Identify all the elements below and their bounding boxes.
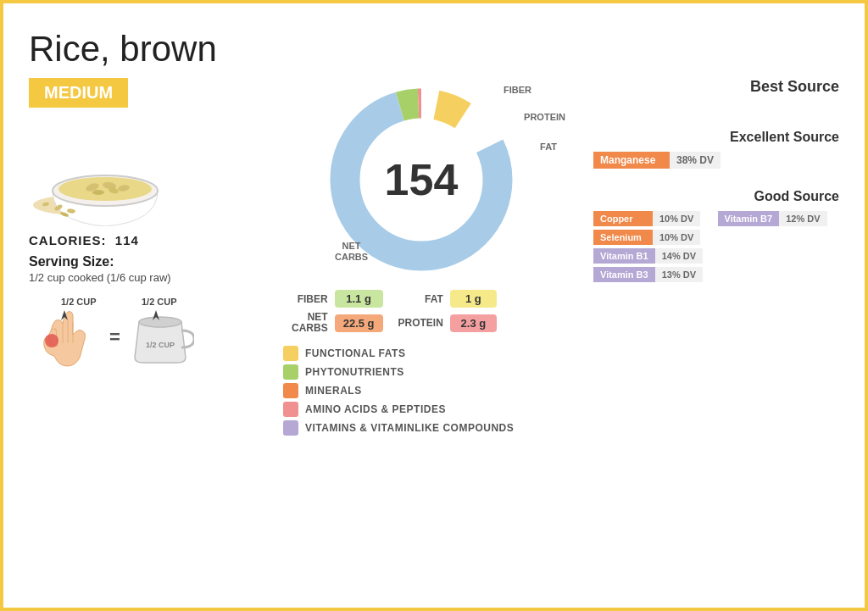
legend-label-minerals: MINERALS <box>305 385 362 397</box>
donut-label-fiber: FIBER <box>504 85 531 95</box>
excellent-source-title: Excellent Source <box>593 130 839 145</box>
vitamin-b7-name: Vitamin B7 <box>718 211 780 226</box>
donut-container: 154 NETCARBS FIBER PROTEIN FAT <box>320 78 523 281</box>
main-layout: MEDIUM <box>29 78 839 597</box>
fat-label: FAT <box>398 293 443 305</box>
legend-item-vitamins: VITAMINS & VITAMINLIKE COMPOUNDS <box>283 420 514 436</box>
selenium-pct: 10% DV <box>653 230 700 245</box>
selenium-name: Selenium <box>593 230 653 245</box>
excellent-nutrients-list: Manganese 38% DV <box>593 152 839 172</box>
serving-size-title: Serving Size: <box>29 254 249 269</box>
netcarbs-value: 22.5 g <box>335 314 383 332</box>
legend-label-functional-fats: FUNCTIONAL FATS <box>305 347 405 359</box>
donut-label-protein: PROTEIN <box>524 112 565 122</box>
svg-text:1/2 CUP: 1/2 CUP <box>146 341 175 349</box>
svg-point-3 <box>58 177 152 201</box>
legend-color-functional-fats <box>283 346 298 361</box>
legend-label-amino-acids: AMINO ACIDS & PEPTIDES <box>305 403 446 415</box>
legend-item-functional-fats: FUNCTIONAL FATS <box>283 346 514 361</box>
food-image-area <box>29 116 198 226</box>
vitamin-b3-bar: Vitamin B3 13% DV <box>593 267 715 282</box>
half-cup-label-1: 1/2 CUP <box>61 297 97 307</box>
page-title: Rice, brown <box>29 29 839 69</box>
good-source-title: Good Source <box>593 189 839 204</box>
fiber-value: 1.1 g <box>335 290 383 308</box>
manganese-name: Manganese <box>593 152 670 169</box>
svg-point-7 <box>92 190 104 195</box>
vitamin-b3-name: Vitamin B3 <box>593 267 655 282</box>
vitamin-b1-name: Vitamin B1 <box>593 248 655 264</box>
donut-label-fat: FAT <box>540 142 557 152</box>
medium-badge: MEDIUM <box>29 78 128 108</box>
legend-label-vitamins: VITAMINS & VITAMINLIKE COMPOUNDS <box>305 422 514 434</box>
vitamin-b1-bar: Vitamin B1 14% DV <box>593 248 715 264</box>
svg-point-14 <box>45 334 58 347</box>
fat-value: 1 g <box>450 290 497 308</box>
center-column: 154 NETCARBS FIBER PROTEIN FAT FIBER 1.1… <box>249 78 576 597</box>
legend-item-amino-acids: AMINO ACIDS & PEPTIDES <box>283 402 514 417</box>
calories-label: CALORIES: 114 <box>29 233 249 247</box>
legend-label-phytonutrients: PHYTONUTRIENTS <box>305 366 404 378</box>
manganese-pct: 38% DV <box>670 152 721 169</box>
legend-area: FUNCTIONAL FATS PHYTONUTRIENTS MINERALS … <box>283 346 514 439</box>
copper-name: Copper <box>593 211 653 226</box>
best-source-title: Best Source <box>593 78 839 96</box>
legend-color-vitamins <box>283 420 298 436</box>
selenium-bar: Selenium 10% DV <box>593 230 715 245</box>
donut-area: 154 NETCARBS FIBER PROTEIN FAT <box>266 78 576 281</box>
vitamin-b1-pct: 14% DV <box>655 248 703 264</box>
legend-color-minerals <box>283 383 298 398</box>
arrow-2 <box>147 308 164 329</box>
good-nutrients-left: Copper 10% DV Selenium 10% DV Vitamin B1… <box>593 211 715 286</box>
arrow-1 <box>56 308 73 329</box>
legend-item-minerals: MINERALS <box>283 383 514 398</box>
copper-bar: Copper 10% DV <box>593 211 715 226</box>
right-column: Best Source Excellent Source Manganese 3… <box>576 78 839 597</box>
legend-color-amino-acids <box>283 402 298 417</box>
protein-value: 2.3 g <box>450 314 497 332</box>
hand-cup-illustration: 1/2 CUP = 1/2 CUP 1/2 <box>29 297 215 373</box>
fiber-label: FIBER <box>292 293 328 305</box>
vitamin-b3-pct: 13% DV <box>655 267 703 282</box>
macros-grid: FIBER 1.1 g FAT 1 g NETCARBS 22.5 g PROT… <box>292 290 510 334</box>
hand-svg <box>29 297 114 369</box>
vitamin-b7-bar: Vitamin B7 12% DV <box>718 211 840 226</box>
manganese-bar: Manganese 38% DV <box>593 152 839 169</box>
half-cup-label-2: 1/2 CUP <box>142 297 177 307</box>
netcarbs-label: NETCARBS <box>292 312 328 334</box>
donut-center-value: 154 <box>385 158 459 202</box>
serving-size-sub: 1/2 cup cooked (1/6 cup raw) <box>29 271 249 284</box>
legend-color-phytonutrients <box>283 364 298 380</box>
rice-bowl-image <box>29 116 198 226</box>
donut-label-netcarbs: NETCARBS <box>335 241 368 263</box>
good-nutrients-grid: Copper 10% DV Selenium 10% DV Vitamin B1… <box>593 211 839 286</box>
vitamin-b7-pct: 12% DV <box>779 211 826 226</box>
protein-label: PROTEIN <box>398 317 443 329</box>
legend-item-phytonutrients: PHYTONUTRIENTS <box>283 364 514 380</box>
copper-pct: 10% DV <box>653 211 700 226</box>
page: Rice, brown MEDIUM <box>3 3 865 608</box>
left-column: MEDIUM <box>29 78 249 597</box>
good-nutrients-right: Vitamin B7 12% DV <box>718 211 840 286</box>
equals-sign: = <box>109 326 120 348</box>
